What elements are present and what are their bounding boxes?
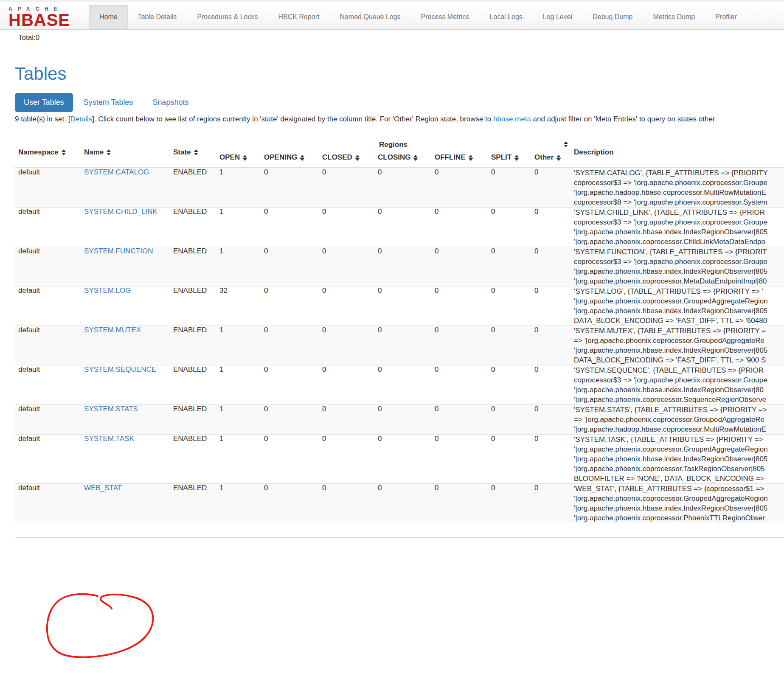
nav-item-named-queue-logs[interactable]: Named Queue Logs xyxy=(329,5,410,29)
sort-icon[interactable] xyxy=(564,141,568,147)
column-header-closing[interactable]: CLOSING xyxy=(374,153,431,168)
hbase-logo[interactable]: APACHE HBASE xyxy=(0,5,89,29)
cell-region-count-closing[interactable]: 0 xyxy=(374,286,431,326)
cell-region-count-closing[interactable]: 0 xyxy=(374,208,431,247)
cell-region-count-open[interactable]: 32 xyxy=(216,286,261,326)
cell-region-count-open[interactable]: 1 xyxy=(216,208,261,247)
cell-region-count-other[interactable]: 0 xyxy=(531,484,570,523)
cell-region-count-split[interactable]: 0 xyxy=(488,405,531,435)
cell-region-count-other[interactable]: 0 xyxy=(531,435,570,484)
cell-region-count-open[interactable]: 1 xyxy=(216,247,261,286)
cell-region-count-open[interactable]: 1 xyxy=(216,365,261,405)
cell-region-count-closing[interactable]: 0 xyxy=(374,168,431,208)
cell-region-count-opening[interactable]: 0 xyxy=(261,484,319,523)
tab-user-tables[interactable]: User Tables xyxy=(15,93,73,112)
cell-region-count-closing[interactable]: 0 xyxy=(374,247,431,286)
column-header-state[interactable]: State xyxy=(170,137,216,168)
nav-item-table-details[interactable]: Table Details xyxy=(128,5,187,29)
cell-region-count-split[interactable]: 0 xyxy=(488,435,531,484)
cell-region-count-other[interactable]: 0 xyxy=(531,326,570,365)
cell-region-count-closed[interactable]: 0 xyxy=(319,168,374,208)
cell-region-count-open[interactable]: 1 xyxy=(216,405,261,435)
table-name-link[interactable]: WEB_STAT xyxy=(84,484,122,492)
column-header-split[interactable]: SPLIT xyxy=(488,153,531,168)
cell-region-count-closed[interactable]: 0 xyxy=(319,208,374,247)
cell-region-count-closed[interactable]: 0 xyxy=(319,247,374,286)
sort-icon[interactable] xyxy=(194,149,198,155)
column-group-regions[interactable]: Regions xyxy=(216,137,570,153)
cell-region-count-offline[interactable]: 0 xyxy=(431,435,488,484)
cell-region-count-offline[interactable]: 0 xyxy=(431,168,488,208)
cell-region-count-closed[interactable]: 0 xyxy=(319,326,374,365)
cell-region-count-opening[interactable]: 0 xyxy=(261,247,319,286)
cell-region-count-closed[interactable]: 0 xyxy=(319,365,374,405)
cell-region-count-open[interactable]: 1 xyxy=(216,435,261,484)
column-header-opening[interactable]: OPENING xyxy=(261,153,319,168)
table-name-link[interactable]: SYSTEM.CHILD_LINK xyxy=(84,208,157,216)
table-name-link[interactable]: SYSTEM.LOG xyxy=(84,286,131,295)
table-name-link[interactable]: SYSTEM.FUNCTION xyxy=(84,247,153,255)
nav-item-log-level[interactable]: Log Level xyxy=(533,5,582,29)
column-header-closed[interactable]: CLOSED xyxy=(319,153,374,168)
cell-region-count-offline[interactable]: 0 xyxy=(431,484,488,523)
cell-region-count-split[interactable]: 0 xyxy=(488,168,531,208)
cell-region-count-opening[interactable]: 0 xyxy=(261,286,319,326)
cell-region-count-open[interactable]: 1 xyxy=(216,484,261,523)
nav-item-debug-dump[interactable]: Debug Dump xyxy=(582,5,643,29)
sort-icon[interactable] xyxy=(514,155,519,161)
table-name-link[interactable]: SYSTEM.CATALOG xyxy=(84,168,149,176)
cell-region-count-split[interactable]: 0 xyxy=(488,326,531,365)
cell-region-count-other[interactable]: 0 xyxy=(531,365,570,405)
cell-region-count-offline[interactable]: 0 xyxy=(431,326,488,365)
cell-region-count-offline[interactable]: 0 xyxy=(431,247,488,286)
hbase-meta-link[interactable]: hbase:meta xyxy=(493,115,531,123)
table-name-link[interactable]: SYSTEM.MUTEX xyxy=(84,326,141,334)
nav-item-home[interactable]: Home xyxy=(89,5,128,29)
tab-system-tables[interactable]: System Tables xyxy=(75,93,142,112)
cell-region-count-opening[interactable]: 0 xyxy=(261,208,319,247)
cell-region-count-closed[interactable]: 0 xyxy=(319,405,374,435)
cell-region-count-other[interactable]: 0 xyxy=(531,405,570,435)
cell-region-count-split[interactable]: 0 xyxy=(488,208,531,247)
cell-region-count-closing[interactable]: 0 xyxy=(374,484,431,523)
table-name-link[interactable]: SYSTEM.TASK xyxy=(84,435,134,443)
cell-region-count-offline[interactable]: 0 xyxy=(431,405,488,435)
table-name-link[interactable]: SYSTEM.SEQUENCE xyxy=(84,365,156,373)
cell-region-count-split[interactable]: 0 xyxy=(488,247,531,286)
cell-region-count-opening[interactable]: 0 xyxy=(261,168,319,208)
cell-region-count-split[interactable]: 0 xyxy=(488,365,531,405)
cell-region-count-closed[interactable]: 0 xyxy=(319,484,374,523)
nav-item-procedures-locks[interactable]: Procedures & Locks xyxy=(187,5,268,29)
column-header-other[interactable]: Other xyxy=(531,153,570,168)
sort-icon[interactable] xyxy=(107,149,111,155)
cell-region-count-other[interactable]: 0 xyxy=(531,208,570,247)
cell-region-count-offline[interactable]: 0 xyxy=(431,208,488,247)
cell-region-count-closing[interactable]: 0 xyxy=(374,365,431,405)
column-header-namespace[interactable]: Namespace xyxy=(15,137,81,168)
cell-region-count-open[interactable]: 1 xyxy=(216,168,261,208)
cell-region-count-split[interactable]: 0 xyxy=(488,484,531,523)
cell-region-count-other[interactable]: 0 xyxy=(531,247,570,286)
sort-icon[interactable] xyxy=(469,155,473,161)
tab-snapshots[interactable]: Snapshots xyxy=(143,93,197,112)
cell-region-count-offline[interactable]: 0 xyxy=(431,365,488,405)
cell-region-count-open[interactable]: 1 xyxy=(216,326,261,365)
nav-item-profiler[interactable]: Profiler xyxy=(705,5,747,29)
cell-region-count-opening[interactable]: 0 xyxy=(261,365,319,405)
cell-region-count-closing[interactable]: 0 xyxy=(374,435,431,484)
column-header-name[interactable]: Name xyxy=(81,137,170,168)
cell-region-count-closed[interactable]: 0 xyxy=(319,435,374,484)
sort-icon[interactable] xyxy=(556,155,561,161)
nav-item-local-logs[interactable]: Local Logs xyxy=(479,5,532,29)
sort-icon[interactable] xyxy=(413,155,418,161)
sort-icon[interactable] xyxy=(355,155,360,161)
cell-region-count-split[interactable]: 0 xyxy=(488,286,531,326)
cell-region-count-opening[interactable]: 0 xyxy=(261,326,319,365)
nav-item-process-metrics[interactable]: Process Metrics xyxy=(411,5,480,29)
cell-region-count-other[interactable]: 0 xyxy=(531,168,570,208)
cell-region-count-closing[interactable]: 0 xyxy=(374,326,431,365)
sort-icon[interactable] xyxy=(62,149,66,155)
table-name-link[interactable]: SYSTEM.STATS xyxy=(84,405,138,413)
column-header-offline[interactable]: OFFLINE xyxy=(431,153,488,168)
cell-region-count-closing[interactable]: 0 xyxy=(374,405,431,435)
